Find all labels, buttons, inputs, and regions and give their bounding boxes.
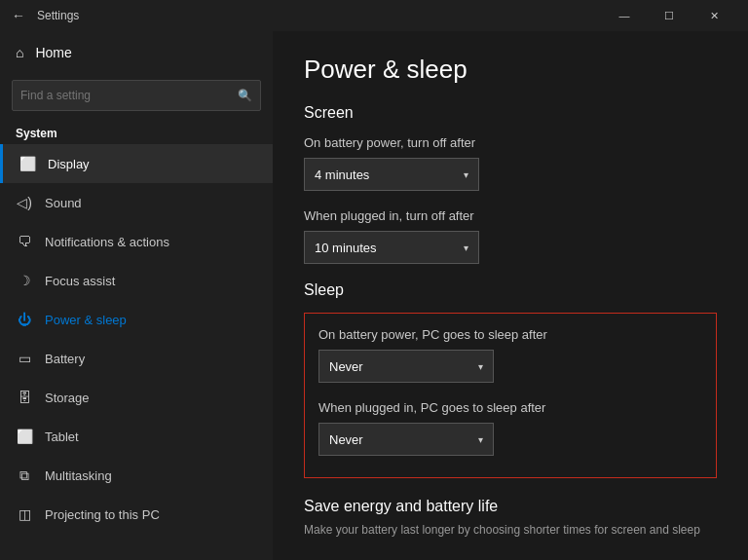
plugged-screen-value: 10 minutes [315, 241, 377, 255]
page-title: Power & sleep [304, 55, 717, 85]
sidebar-item-label: Sound [45, 196, 82, 210]
sidebar: ⌂ Home 🔍 System ⬜ Display ◁) Sound 🗨 Not… [0, 31, 273, 560]
plugged-sleep-label: When plugged in, PC goes to sleep after [318, 400, 702, 415]
sidebar-item-label: Projecting to this PC [45, 507, 160, 522]
save-energy-title: Save energy and battery life [304, 498, 717, 515]
chevron-down-icon: ▾ [464, 169, 468, 180]
battery-sleep-value: Never [329, 359, 363, 374]
chevron-down-icon: ▾ [464, 243, 468, 253]
sidebar-item-projecting[interactable]: ◫ Projecting to this PC [0, 495, 273, 534]
sidebar-home-label: Home [35, 45, 71, 60]
sidebar-item-focus[interactable]: ☽ Focus assist [0, 261, 273, 300]
multitasking-icon: ⧉ [16, 467, 33, 484]
sidebar-item-label: Battery [45, 352, 85, 366]
battery-sleep-dropdown[interactable]: Never ▾ [318, 350, 494, 383]
titlebar-title: Settings [37, 9, 602, 22]
sidebar-item-sound[interactable]: ◁) Sound [0, 183, 273, 222]
plugged-sleep-dropdown[interactable]: Never ▾ [318, 423, 494, 456]
battery-sleep-label: On battery power, PC goes to sleep after [318, 327, 702, 342]
sleep-section-box: On battery power, PC goes to sleep after… [304, 313, 717, 478]
maximize-button[interactable]: ☐ [647, 0, 692, 31]
home-icon: ⌂ [16, 45, 23, 60]
sidebar-item-label: Power & sleep [45, 313, 127, 327]
battery-screen-dropdown[interactable]: 4 minutes ▾ [304, 158, 479, 191]
storage-icon: 🗄 [16, 390, 33, 405]
sidebar-item-label: Notifications & actions [45, 235, 169, 249]
search-icon: 🔍 [238, 89, 252, 102]
content-area: Power & sleep Screen On battery power, t… [273, 31, 748, 560]
power-icon: ⏻ [16, 312, 33, 327]
sidebar-item-multitasking[interactable]: ⧉ Multitasking [0, 456, 273, 495]
battery-screen-value: 4 minutes [315, 168, 369, 182]
sidebar-item-display[interactable]: ⬜ Display [0, 144, 273, 183]
tablet-icon: ⬜ [16, 429, 33, 444]
plugged-sleep-value: Never [329, 432, 363, 447]
sidebar-item-label: Multitasking [45, 468, 112, 483]
window-controls: — ☐ ✕ [602, 0, 736, 31]
chevron-down-icon: ▾ [478, 361, 483, 372]
titlebar: ← Settings — ☐ ✕ [0, 0, 748, 31]
minimize-button[interactable]: — [602, 0, 647, 31]
sidebar-item-label: Tablet [45, 429, 79, 444]
focus-icon: ☽ [16, 273, 33, 288]
notifications-icon: 🗨 [16, 234, 33, 249]
sidebar-item-battery[interactable]: ▭ Battery [0, 339, 273, 378]
plugged-screen-label: When plugged in, turn off after [304, 208, 717, 223]
sidebar-item-tablet[interactable]: ⬜ Tablet [0, 417, 273, 456]
sidebar-item-label: Focus assist [45, 274, 115, 288]
search-box[interactable]: 🔍 [12, 80, 261, 111]
save-energy-desc: Make your battery last longer by choosin… [304, 523, 717, 537]
display-icon: ⬜ [19, 156, 36, 171]
battery-screen-label: On battery power, turn off after [304, 135, 717, 150]
sidebar-item-label: Display [48, 157, 90, 171]
plugged-screen-dropdown[interactable]: 10 minutes ▾ [304, 231, 479, 264]
sidebar-section-label: System [0, 121, 273, 144]
sleep-section-title: Sleep [304, 281, 717, 299]
sidebar-item-storage[interactable]: 🗄 Storage [0, 378, 273, 417]
sidebar-item-notifications[interactable]: 🗨 Notifications & actions [0, 222, 273, 261]
battery-icon: ▭ [16, 351, 33, 366]
sidebar-item-power[interactable]: ⏻ Power & sleep [0, 300, 273, 339]
projecting-icon: ◫ [16, 506, 33, 522]
main-layout: ⌂ Home 🔍 System ⬜ Display ◁) Sound 🗨 Not… [0, 31, 748, 560]
chevron-down-icon: ▾ [478, 434, 483, 445]
screen-section-title: Screen [304, 104, 717, 122]
sidebar-home[interactable]: ⌂ Home [0, 31, 273, 74]
sound-icon: ◁) [16, 195, 33, 210]
close-button[interactable]: ✕ [692, 0, 736, 31]
search-input[interactable] [20, 89, 238, 102]
sidebar-item-label: Storage [45, 391, 90, 405]
titlebar-back-button[interactable]: ← [12, 8, 25, 23]
